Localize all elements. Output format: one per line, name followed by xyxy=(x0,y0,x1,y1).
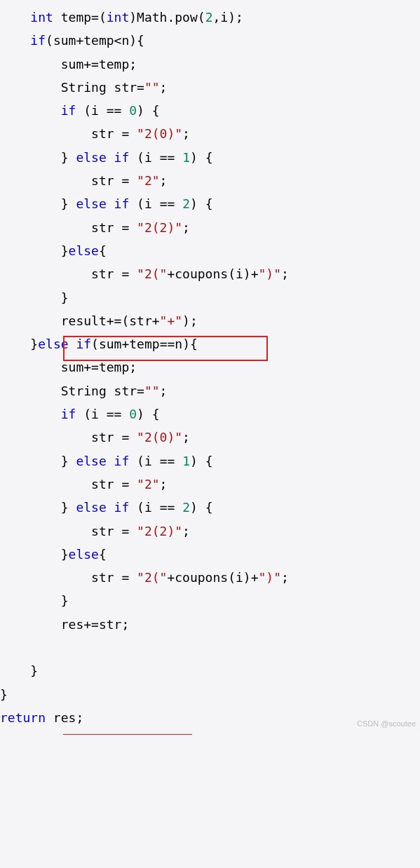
line-14: result+=(str+"+"); xyxy=(0,313,198,328)
line-27: res+=str; xyxy=(0,617,129,632)
line-8: str = "2"; xyxy=(0,173,167,188)
line-3: sum+=temp; xyxy=(0,57,137,72)
line-28 xyxy=(0,640,61,655)
line-21: str = "2"; xyxy=(0,477,167,491)
line-24: }else{ xyxy=(0,547,107,562)
line-9: } else if (i == 2) { xyxy=(0,196,213,211)
line-16: sum+=temp; xyxy=(0,360,137,374)
line-31: return res; xyxy=(0,710,83,725)
line-11: }else{ xyxy=(0,243,107,258)
line-18: if (i == 0) { xyxy=(0,407,160,421)
line-15: }else if(sum+temp==n){ xyxy=(0,337,198,351)
line-7: } else if (i == 1) { xyxy=(0,150,213,165)
line-17: String str=""; xyxy=(0,384,167,398)
line-6: str = "2(0)"; xyxy=(0,126,190,141)
code-block: int temp=(int)Math.pow(2,i); if(sum+temp… xyxy=(0,0,420,735)
line-10: str = "2(2)"; xyxy=(0,220,190,235)
line-29: } xyxy=(0,663,38,678)
line-1: int temp=(int)Math.pow(2,i); xyxy=(0,10,243,25)
line-13: } xyxy=(0,290,69,305)
line-25: str = "2("+coupons(i)+")"; xyxy=(0,570,289,585)
line-22: } else if (i == 2) { xyxy=(0,500,213,515)
line-26: } xyxy=(0,593,69,608)
line-2: if(sum+temp<n){ xyxy=(0,33,144,48)
line-5: if (i == 0) { xyxy=(0,103,160,118)
code-container: int temp=(int)Math.pow(2,i); if(sum+temp… xyxy=(0,0,420,735)
line-20: } else if (i == 1) { xyxy=(0,454,213,468)
line-30: } xyxy=(0,687,8,702)
watermark: CSDN @scoutee xyxy=(357,717,416,731)
line-12: str = "2("+coupons(i)+")"; xyxy=(0,266,289,281)
line-23: str = "2(2)"; xyxy=(0,524,190,538)
line-19: str = "2(0)"; xyxy=(0,430,190,445)
line-4: String str=""; xyxy=(0,80,167,95)
